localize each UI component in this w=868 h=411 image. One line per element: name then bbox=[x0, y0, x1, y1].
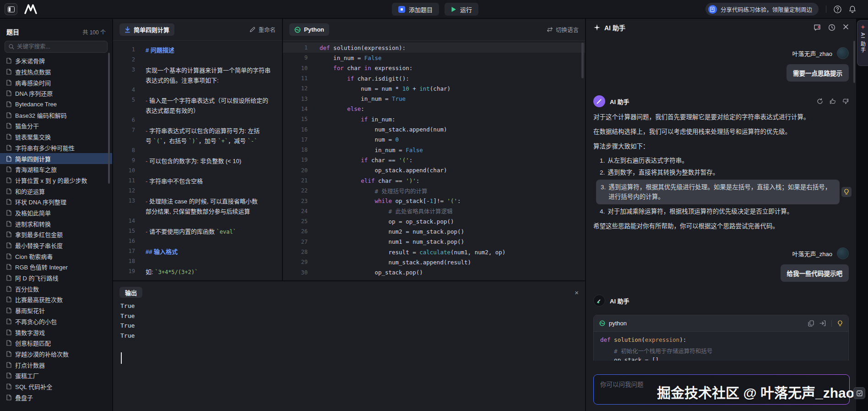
python-icon bbox=[599, 320, 605, 326]
avatar bbox=[837, 47, 849, 59]
thumbs-up-icon[interactable] bbox=[830, 98, 836, 104]
sidebar-item-label: 最小替换子串长度 bbox=[15, 241, 63, 250]
sidebar-item[interactable]: 打点计数器 bbox=[0, 359, 112, 370]
sidebar-item[interactable]: 计算位置 x 到 y 的最少步数 bbox=[0, 175, 112, 186]
user-bubble: 给我一些代码提示吧 bbox=[781, 264, 849, 282]
sidebar-item[interactable]: Bytedance Tree bbox=[0, 99, 112, 110]
sidebar-item[interactable]: 猜数字游戏 bbox=[0, 327, 112, 338]
share-banner[interactable]: 分享代码练习体验，领限量定制周边 bbox=[705, 3, 819, 16]
sidebar-item[interactable]: 百分位数 bbox=[0, 283, 112, 294]
run-label: 运行 bbox=[460, 5, 472, 14]
sidebar-item[interactable]: 简单四则计算 bbox=[0, 153, 112, 164]
copy-icon[interactable] bbox=[808, 320, 814, 327]
sidebar-item[interactable]: 环状 DNA 序列整理 bbox=[0, 197, 112, 208]
app-window: 添加题目 运行 分享代码练习体验，领限量定制周边 bbox=[0, 0, 868, 411]
sidebar-item[interactable]: 链表聚集交换 bbox=[0, 132, 112, 142]
code-block: python bbox=[593, 315, 849, 361]
switch-language-label: 切换语言 bbox=[556, 25, 579, 34]
regenerate-icon[interactable] bbox=[817, 98, 823, 104]
code-line: 16 num_stack.append(num) bbox=[283, 124, 585, 134]
sidebar-item[interactable]: Cion 勒索病毒 bbox=[0, 251, 112, 262]
problem-tab[interactable]: 简单四则计算 bbox=[119, 23, 174, 36]
help-icon[interactable] bbox=[834, 5, 841, 13]
lightbulb-icon[interactable] bbox=[837, 320, 843, 327]
file-icon bbox=[6, 275, 11, 281]
problem-sidebar: 题目 共 100 个 多米诺骨牌查找热点数据病毒感染时间DNA 序列还原Byte… bbox=[0, 19, 112, 411]
sidebar-item[interactable]: 暴雨梨花针 bbox=[0, 305, 112, 316]
file-icon bbox=[6, 210, 11, 216]
sidebar-item[interactable]: 叠盘子 bbox=[0, 392, 112, 403]
sidebar-item[interactable]: 多米诺骨牌 bbox=[0, 55, 112, 66]
sidebar-item[interactable]: 青海湖租车之旅 bbox=[0, 164, 112, 175]
lightbulb-icon[interactable] bbox=[841, 187, 852, 197]
switch-language-button[interactable]: 切换语言 bbox=[547, 25, 579, 34]
sidebar-item[interactable]: SQL 代码补全 bbox=[0, 381, 112, 392]
sidebar-item[interactable]: 查找热点数据 bbox=[0, 66, 112, 77]
logo-icon bbox=[24, 4, 38, 14]
sidebar-item[interactable]: 及格如此简单 bbox=[0, 208, 112, 219]
sidebar-item-label: 及格如此简单 bbox=[15, 208, 51, 217]
file-icon bbox=[6, 340, 11, 346]
line-number: 23 bbox=[283, 198, 308, 204]
markdown-editor[interactable]: 1# 问题描述23实现一个基本的计算器来计算一个简单的字符串表达式的值。注意事项… bbox=[113, 41, 282, 276]
sidebar-item[interactable]: 比赛最高获胜次数 bbox=[0, 294, 112, 305]
line-number: 16 bbox=[113, 238, 135, 244]
sidebar-scrollbar[interactable] bbox=[108, 53, 110, 184]
search-input[interactable] bbox=[17, 44, 103, 50]
sidebar-item-label: DNA 序列还原 bbox=[15, 89, 53, 98]
markdown-line: 14 bbox=[113, 216, 282, 226]
file-icon bbox=[6, 177, 11, 183]
thumbs-down-icon[interactable] bbox=[842, 98, 849, 104]
line-number: 2 bbox=[113, 56, 135, 63]
ai-assistant-panel: AI 助手 叶落无声_zhao 需要一点思路提示 bbox=[586, 19, 856, 411]
sidebar-item[interactable]: 阿 D 的飞行路线 bbox=[0, 273, 112, 284]
sidebar-item[interactable]: 猫鱼分干 bbox=[0, 121, 112, 132]
sidebar-item[interactable]: DNA 序列还原 bbox=[0, 88, 112, 99]
markdown-line-text: - 可以包含的数字为: 非负整数 (< 10) bbox=[146, 156, 241, 165]
sidebar-item[interactable]: 创意标题匹配 bbox=[0, 338, 112, 349]
markdown-line: 表达式都是有效的） bbox=[113, 105, 282, 115]
sidebar-item[interactable]: 穿越沙漠的补给次数 bbox=[0, 349, 112, 360]
code-line: 12 num = num * 10 + int(char) bbox=[283, 83, 585, 93]
sidebar-toggle-button[interactable] bbox=[5, 3, 17, 15]
sidebar-item[interactable]: 不再贪心的小包 bbox=[0, 316, 112, 327]
sidebar-item[interactable]: RGB 色值转 Integer bbox=[0, 262, 112, 273]
line-number: 18 bbox=[113, 258, 135, 264]
sidebar-item[interactable]: 病毒感染时间 bbox=[0, 77, 112, 88]
ai-panel-scrollbar[interactable] bbox=[853, 41, 855, 83]
sidebar-item-label: 进制求和转换 bbox=[15, 219, 51, 228]
output-tab[interactable]: 输出 bbox=[119, 287, 142, 298]
insert-code-icon[interactable] bbox=[819, 320, 826, 326]
output-close-icon[interactable]: × bbox=[575, 289, 579, 296]
sidebar-item[interactable]: 拿到最多红包金额 bbox=[0, 229, 112, 240]
line-number: 8 bbox=[113, 147, 135, 153]
output-console[interactable]: TrueTrueTrueTrue bbox=[113, 298, 585, 347]
user-name: 叶落无声_zhao bbox=[792, 49, 832, 58]
close-icon[interactable] bbox=[843, 24, 849, 31]
sidebar-item[interactable]: Base32 编码和解码 bbox=[0, 110, 112, 121]
sidebar-item[interactable]: 最小替换子串长度 bbox=[0, 240, 112, 251]
floating-widget-button[interactable] bbox=[853, 387, 865, 399]
sidebar-item[interactable]: 进制求和转换 bbox=[0, 218, 112, 229]
language-tab[interactable]: Python bbox=[289, 23, 329, 36]
sidebar-item[interactable]: 蛋糕工厂 bbox=[0, 370, 112, 381]
markdown-line: 5- 输入是一个字符串表达式（可以假设所给定的 bbox=[113, 95, 282, 105]
rename-button[interactable]: 重命名 bbox=[250, 25, 276, 34]
markdown-line: 11- 字符串中不包含空格 bbox=[113, 175, 282, 186]
code-line: 28 result = calculate(num1, num2, op) bbox=[283, 247, 585, 257]
code-editor[interactable]: 1def solution(expression):9 in_num = Fal… bbox=[283, 41, 585, 279]
ai-input-box[interactable] bbox=[593, 374, 850, 405]
ai-rail-tab[interactable]: AI 助手 bbox=[857, 20, 868, 66]
sidebar-item[interactable]: 和的逆运算 bbox=[0, 186, 112, 197]
bell-icon[interactable] bbox=[849, 5, 856, 13]
ai-question-input[interactable] bbox=[600, 381, 843, 388]
sidebar-item[interactable]: 字符串有多少种可能性 bbox=[0, 142, 112, 153]
code-editor-scrollbar[interactable] bbox=[581, 43, 584, 78]
run-button[interactable]: 运行 bbox=[445, 3, 478, 16]
line-number: 25 bbox=[283, 218, 308, 225]
new-chat-icon[interactable] bbox=[814, 24, 821, 31]
add-question-button[interactable]: 添加题目 bbox=[392, 3, 439, 16]
markdown-line-text: 实现一个基本的计算器来计算一个简单的字符串 bbox=[146, 66, 271, 74]
history-icon[interactable] bbox=[828, 24, 835, 31]
search-box[interactable] bbox=[5, 41, 108, 53]
